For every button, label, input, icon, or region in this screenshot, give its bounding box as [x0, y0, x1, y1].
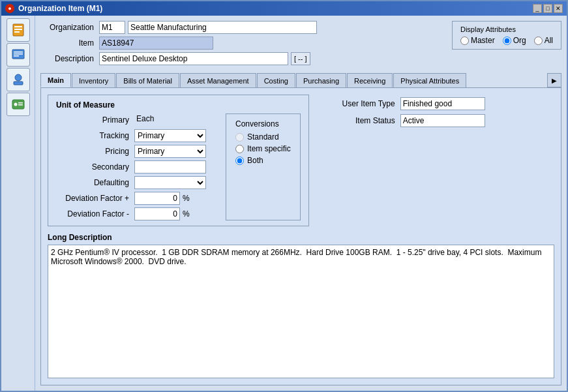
- dev-minus-label: Deviation Factor -: [56, 209, 134, 219]
- svg-point-11: [14, 103, 17, 106]
- minimize-button[interactable]: _: [533, 4, 542, 13]
- svg-rect-5: [14, 52, 23, 53]
- radio-all[interactable]: All: [534, 36, 553, 45]
- pricing-select[interactable]: Primary: [134, 145, 206, 158]
- dev-plus-row: Deviation Factor + %: [56, 192, 206, 205]
- long-desc-textarea[interactable]: 2 GHz Pentium® IV processor. 1 GB DDR SD…: [48, 245, 554, 378]
- tab-purchasing[interactable]: Purchasing: [296, 73, 346, 87]
- uom-section: Unit of Measure Primary Each Tracking: [48, 95, 309, 226]
- svg-rect-13: [18, 104, 23, 106]
- radio-org[interactable]: Org: [503, 36, 526, 45]
- primary-value: Each: [134, 113, 156, 127]
- item-label: Item: [40, 38, 99, 48]
- user-item-type-input[interactable]: [400, 97, 485, 110]
- conv-both[interactable]: Both: [235, 156, 291, 165]
- tracking-label: Tracking: [56, 131, 134, 140]
- description-btn[interactable]: [ -- ]: [291, 52, 310, 65]
- primary-label: Primary: [56, 115, 134, 125]
- secondary-input[interactable]: [134, 160, 206, 173]
- tab-panel-main: Unit of Measure Primary Each Tracking: [40, 87, 561, 385]
- right-fields: User Item Type Item Status: [335, 95, 485, 127]
- radio-org-label: Org: [513, 36, 526, 45]
- conv-standard-label: Standard: [247, 132, 279, 142]
- user-item-type-label: User Item Type: [335, 99, 400, 108]
- radio-all-input[interactable]: [534, 37, 543, 45]
- description-input[interactable]: [99, 52, 288, 65]
- sidebar-btn-4[interactable]: [7, 93, 30, 116]
- uom-section-title: Unit of Measure: [56, 100, 301, 110]
- display-attributes-radio-group: Master Org All: [460, 36, 553, 45]
- window-title: Organization Item (M1): [18, 4, 102, 13]
- tabs-row: Main Inventory Bills of Material Asset M…: [40, 73, 561, 87]
- tab-scroll-right[interactable]: ▶: [547, 73, 561, 87]
- tab-costing[interactable]: Costing: [257, 73, 295, 87]
- svg-rect-2: [14, 29, 22, 30]
- sidebar-btn-1[interactable]: [7, 18, 30, 42]
- dev-plus-input[interactable]: [134, 192, 180, 205]
- dev-minus-input[interactable]: [134, 207, 180, 220]
- sidebar-icon-2: [11, 48, 25, 62]
- conv-both-input[interactable]: [235, 157, 244, 165]
- svg-rect-12: [18, 102, 23, 104]
- content-area: Organization Item Description [ -- ]: [35, 16, 567, 391]
- long-desc-section: Long Description 2 GHz Pentium® IV proce…: [48, 233, 554, 378]
- tab-asset[interactable]: Asset Management: [180, 73, 256, 87]
- radio-master-label: Master: [471, 36, 495, 45]
- defaulting-row: Defaulting: [56, 176, 206, 189]
- radio-org-input[interactable]: [503, 37, 511, 45]
- item-row: Item: [40, 37, 436, 50]
- item-status-input[interactable]: [400, 114, 485, 127]
- sidebar-btn-3[interactable]: [7, 68, 30, 91]
- radio-master-input[interactable]: [460, 37, 469, 45]
- tracking-select[interactable]: Primary: [134, 129, 206, 142]
- main-window: ● Organization Item (M1) _ □ ✕: [0, 0, 568, 392]
- pricing-row: Pricing Primary: [56, 145, 206, 158]
- tab-bom[interactable]: Bills of Material: [116, 73, 179, 87]
- uom-fields: Primary Each Tracking Primary: [56, 113, 206, 220]
- org-row: Organization: [40, 21, 436, 34]
- item-status-row: Item Status: [335, 114, 485, 127]
- main-content: Organization Item Description [ -- ]: [1, 16, 567, 391]
- description-label: Description: [40, 54, 99, 63]
- item-input[interactable]: [99, 37, 213, 50]
- item-status-label: Item Status: [335, 116, 400, 125]
- conv-standard-input[interactable]: [235, 133, 244, 142]
- conv-standard[interactable]: Standard: [235, 132, 291, 142]
- dev-minus-pct: %: [183, 209, 190, 219]
- display-attributes: Display Attributes Master Org All: [452, 21, 561, 50]
- primary-row: Primary Each: [56, 113, 206, 127]
- org-label: Organization: [40, 23, 99, 32]
- conv-item-specific-input[interactable]: [235, 145, 244, 153]
- conversions-title: Conversions: [235, 119, 291, 128]
- sidebar-btn-2[interactable]: [7, 43, 30, 67]
- conv-radio-group: Standard Item specific Both: [235, 132, 291, 165]
- secondary-label: Secondary: [56, 162, 134, 172]
- org-num-input[interactable]: [99, 21, 125, 34]
- conv-both-label: Both: [247, 156, 263, 165]
- sidebar-icon-3: [11, 72, 25, 87]
- org-name-input[interactable]: [128, 21, 317, 34]
- display-attributes-title: Display Attributes: [460, 25, 553, 33]
- radio-master[interactable]: Master: [460, 36, 495, 45]
- conv-item-specific[interactable]: Item specific: [235, 144, 291, 153]
- tab-main[interactable]: Main: [40, 73, 71, 87]
- defaulting-select[interactable]: [134, 176, 206, 189]
- tab-receiving[interactable]: Receiving: [347, 73, 393, 87]
- tab-inventory[interactable]: Inventory: [72, 73, 115, 87]
- uom-content: Primary Each Tracking Primary: [56, 113, 301, 220]
- dev-plus-pct: %: [183, 194, 190, 203]
- close-button[interactable]: ✕: [554, 4, 563, 13]
- maximize-button[interactable]: □: [543, 4, 552, 13]
- title-bar: ● Organization Item (M1) _ □ ✕: [1, 1, 567, 16]
- pricing-label: Pricing: [56, 147, 134, 156]
- form-header: Organization Item Description [ -- ]: [40, 21, 561, 68]
- secondary-row: Secondary: [56, 160, 206, 173]
- sidebar-icon-1: [11, 23, 25, 37]
- tab-physical[interactable]: Physical Attributes: [393, 73, 466, 87]
- dev-plus-label: Deviation Factor +: [56, 194, 134, 203]
- conv-item-specific-label: Item specific: [247, 144, 291, 153]
- description-row: Description [ -- ]: [40, 52, 436, 65]
- tracking-row: Tracking Primary: [56, 129, 206, 142]
- dev-minus-row: Deviation Factor - %: [56, 207, 206, 220]
- defaulting-label: Defaulting: [56, 178, 134, 187]
